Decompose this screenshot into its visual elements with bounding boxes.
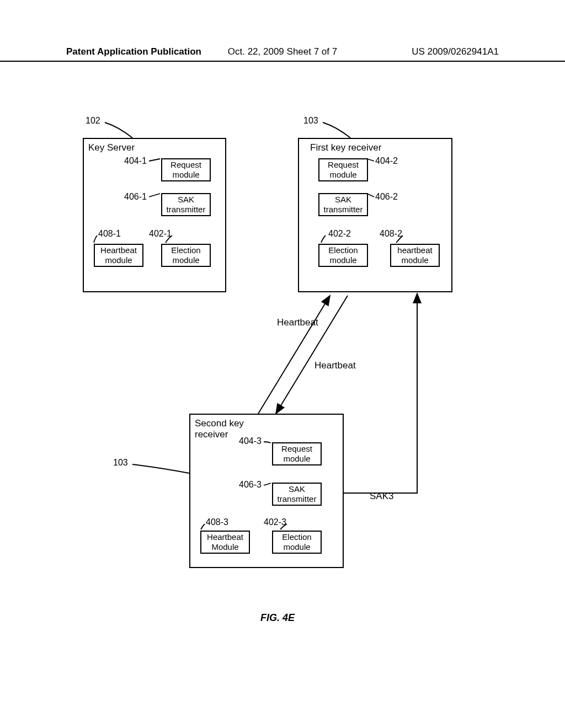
ref-408-3: 408-3 [206,517,228,527]
second-receiver-sak-module: SAKtransmitter [272,483,322,506]
svg-line-2 [276,296,348,414]
svg-line-1 [258,296,330,414]
second-receiver-election-module: Electionmodule [272,531,322,554]
ref-406-1: 406-1 [124,192,147,202]
header-publication: Patent Application Publication [66,46,210,57]
second-receiver-title: Second keyreceiver [195,418,244,440]
ref-408-2: 408-2 [380,229,402,239]
ref-406-2: 406-2 [375,192,398,202]
ref-408-1: 408-1 [98,229,121,239]
first-receiver-heartbeat-module: heartbeatmodule [390,244,440,267]
key-server-heartbeat-module: Heartbeatmodule [94,244,143,267]
ref-402-3: 402-3 [264,517,286,527]
diagram-area: Key Server Requestmodule SAKtransmitter … [55,105,510,656]
ref-404-3: 404-3 [239,436,262,446]
figure-caption: FIG. 4E [260,612,295,624]
heartbeat-label-1: Heartbeat [277,317,318,328]
second-receiver-ref: 103 [113,458,128,468]
first-receiver-title: First key receiver [310,142,381,153]
heartbeat-label-2: Heartbeat [315,360,356,371]
second-receiver-box: Second keyreceiver Requestmodule SAKtran… [189,414,344,568]
ref-404-2: 404-2 [375,156,398,166]
ref-404-1: 404-1 [124,156,147,166]
ref-402-1: 402-1 [149,229,172,239]
first-receiver-request-module: Requestmodule [318,158,368,181]
first-receiver-sak-module: SAKtransmitter [318,193,368,216]
key-server-sak-module: SAKtransmitter [161,193,211,216]
first-receiver-election-module: Electionmodule [318,244,368,267]
ref-402-2: 402-2 [328,229,351,239]
sak3-label: SAK3 [370,491,393,502]
second-receiver-request-module: Requestmodule [272,442,322,465]
header-pub-number: US 2009/0262941A1 [355,46,499,57]
key-server-title: Key Server [88,142,135,153]
second-receiver-heartbeat-module: HeartbeatModule [200,531,250,554]
key-server-box: Key Server Requestmodule SAKtransmitter … [83,138,226,292]
key-server-ref: 102 [86,116,100,126]
key-server-election-module: Electionmodule [161,244,211,267]
key-server-request-module: Requestmodule [161,158,211,181]
first-receiver-ref: 103 [303,116,318,126]
ref-406-3: 406-3 [239,480,262,490]
header-date-sheet: Oct. 22, 2009 Sheet 7 of 7 [210,46,354,57]
page-header: Patent Application Publication Oct. 22, … [0,46,565,62]
